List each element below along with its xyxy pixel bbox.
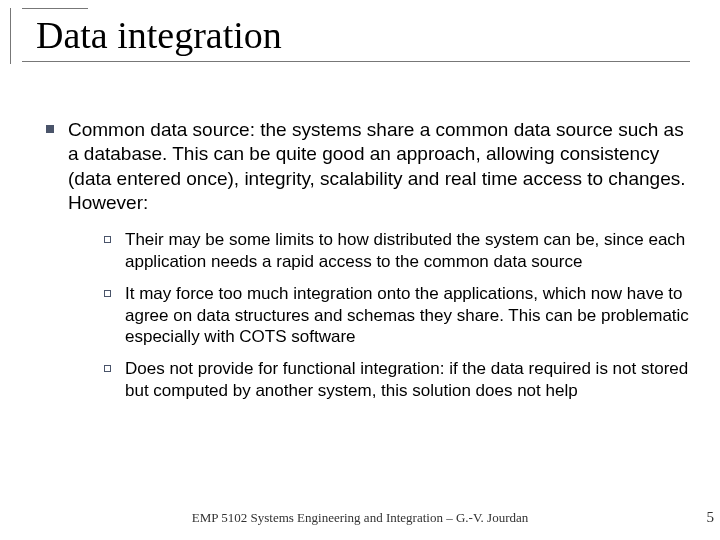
list-item: Their may be some limits to how distribu… [104, 229, 690, 273]
list-item-text: Does not provide for functional integrat… [125, 358, 690, 402]
square-bullet-icon [46, 125, 54, 133]
title-area: Data integration [0, 0, 720, 62]
page-number: 5 [707, 509, 715, 526]
list-item-text: It may force too much integration onto t… [125, 283, 690, 348]
content-area: Common data source: the systems share a … [0, 62, 720, 412]
slide-footer: EMP 5102 Systems Engineering and Integra… [0, 510, 720, 526]
bullet-body: Common data source: the systems share a … [68, 118, 690, 412]
list-item: Does not provide for functional integrat… [104, 358, 690, 402]
list-item-text: Common data source: the systems share a … [68, 118, 690, 215]
slide: Data integration Common data source: the… [0, 0, 720, 540]
hollow-square-bullet-icon [104, 365, 111, 372]
page-title: Data integration [12, 9, 708, 61]
list-item: It may force too much integration onto t… [104, 283, 690, 348]
list-item: Common data source: the systems share a … [46, 118, 690, 412]
hollow-square-bullet-icon [104, 290, 111, 297]
title-rule-vertical [10, 8, 11, 64]
list-item-text: Their may be some limits to how distribu… [125, 229, 690, 273]
sublist: Their may be some limits to how distribu… [68, 229, 690, 401]
hollow-square-bullet-icon [104, 236, 111, 243]
